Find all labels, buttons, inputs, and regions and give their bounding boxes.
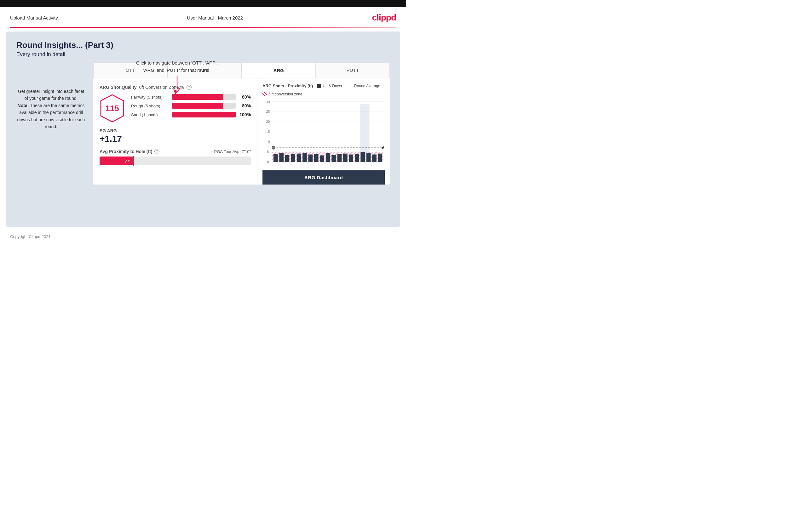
svg-point-40	[272, 146, 275, 149]
svg-rect-30	[332, 155, 336, 162]
proximity-bar-value: 77'	[125, 159, 131, 163]
proximity-cursor	[133, 156, 134, 166]
svg-rect-21	[279, 153, 284, 162]
pga-label: ↑ PGA Tour Avg: 7'10"	[211, 149, 251, 154]
bar-pct-fairway: 80%	[239, 95, 251, 100]
card-body: ARG Shot Quality 6ft Conversion Zone % ?	[93, 78, 390, 184]
proximity-header: Avg Proximity to Hole (ft) ? ↑ PGA Tour …	[100, 149, 251, 154]
chart-area: 0 5 10 15 20 25 30	[262, 100, 385, 168]
svg-rect-26	[308, 155, 313, 162]
left-panel-text: Get greater insight into each facet of y…	[16, 88, 86, 130]
content-row: Click to navigate between 'OTT', 'APP','…	[16, 63, 390, 184]
tabs: OTT APP ARG PUTT	[93, 63, 390, 78]
arg-dashboard-button[interactable]: ARG Dashboard	[262, 170, 385, 184]
page-title: Round Insights... (Part 3)	[16, 40, 390, 50]
tab-ott[interactable]: OTT	[93, 63, 167, 78]
main-card: OTT APP ARG PUTT ARG Shot Quality 6ft Co…	[93, 63, 390, 184]
bar-row-rough: Rough (5 shots) 80%	[131, 103, 251, 109]
bar-outer-sand	[172, 112, 236, 117]
proximity-section: Avg Proximity to Hole (ft) ? ↑ PGA Tour …	[100, 149, 251, 165]
svg-rect-34	[355, 154, 359, 162]
svg-rect-20	[273, 154, 278, 162]
proximity-help-icon[interactable]: ?	[154, 149, 159, 154]
left-panel: Get greater insight into each facet of y…	[16, 63, 86, 184]
svg-text:30: 30	[266, 100, 270, 104]
legend-up-down: Up & Down	[317, 84, 342, 88]
svg-rect-32	[343, 154, 348, 162]
svg-rect-27	[314, 154, 318, 162]
svg-rect-29	[326, 153, 330, 162]
legend-label-round-avg: Round Average	[354, 84, 380, 88]
proximity-bar-outer: 77'	[100, 157, 251, 165]
svg-rect-23	[291, 154, 295, 162]
tab-putt[interactable]: PUTT	[316, 63, 390, 78]
svg-rect-31	[338, 154, 342, 162]
sg-label: SG ARG	[100, 128, 251, 133]
bar-row-fairway: Fairway (5 shots) 80%	[131, 94, 251, 100]
svg-text:0: 0	[267, 160, 269, 164]
legend-dashed-round-avg	[346, 86, 353, 86]
chart-header: ARG Shots - Proximity (ft) Up & Down Rou…	[262, 83, 385, 96]
svg-rect-25	[303, 153, 307, 162]
score-row: 115 Fairway (5 shots) 80%	[100, 94, 251, 122]
hexagon-wrap: 115	[100, 94, 125, 122]
svg-text:5: 5	[267, 150, 269, 154]
hexagon-score: 115	[100, 94, 125, 122]
svg-rect-35	[360, 152, 365, 162]
logo: clippd	[372, 13, 396, 23]
svg-text:10: 10	[266, 140, 270, 144]
legend-box-up-down	[317, 84, 321, 88]
bar-outer-fairway	[172, 94, 236, 100]
conversion-label: 6ft Conversion Zone %	[139, 85, 184, 90]
bar-pct-rough: 80%	[239, 103, 251, 108]
svg-text:15: 15	[266, 130, 270, 133]
note-label: Note:	[18, 103, 29, 108]
card-right-section: ARG Shots - Proximity (ft) Up & Down Rou…	[257, 78, 390, 184]
bar-label-rough: Rough (5 shots)	[131, 104, 169, 108]
proximity-bar-inner: 77'	[100, 157, 133, 165]
legend-conversion: 6 ft conversion zone	[262, 92, 302, 96]
main-content: Round Insights... (Part 3) Every round i…	[6, 32, 400, 227]
bar-pct-sand: 100%	[239, 112, 251, 117]
help-icon[interactable]: ?	[187, 85, 192, 90]
card-left-section: ARG Shot Quality 6ft Conversion Zone % ?	[93, 78, 257, 184]
legend-label-conversion: 6 ft conversion zone	[268, 92, 302, 96]
bar-rows: Fairway (5 shots) 80% Rough (5 shots)	[131, 94, 251, 121]
bar-label-fairway: Fairway (5 shots)	[131, 95, 169, 100]
bar-outer-rough	[172, 103, 236, 109]
upload-label[interactable]: Upload Manual Activity	[10, 15, 58, 20]
header: Upload Manual Activity User Manual - Mar…	[0, 7, 406, 27]
svg-text:25: 25	[266, 110, 270, 113]
svg-rect-36	[366, 153, 371, 162]
header-divider	[10, 27, 396, 28]
svg-rect-33	[349, 155, 354, 162]
bar-inner-rough	[172, 103, 223, 109]
proximity-label-wrap: Avg Proximity to Hole (ft) ?	[100, 149, 159, 154]
chart-svg: 0 5 10 15 20 25 30	[262, 100, 385, 167]
bar-inner-fairway	[172, 94, 223, 100]
bar-label-sand: Sand (1 shots)	[131, 112, 169, 117]
page-subtitle: Every round in detail	[16, 51, 390, 58]
bar-row-sand: Sand (1 shots) 100%	[131, 112, 251, 117]
sg-section: SG ARG +1.17	[100, 128, 251, 144]
tab-arg[interactable]: ARG	[242, 63, 316, 78]
svg-text:20: 20	[266, 120, 270, 123]
svg-rect-22	[285, 155, 290, 162]
svg-rect-37	[372, 155, 376, 162]
shot-quality-label: ARG Shot Quality	[100, 85, 137, 90]
legend-round-avg: Round Average	[346, 84, 380, 88]
user-manual-label: User Manual - March 2022	[187, 15, 243, 20]
footer: Copyright Clippd 2021	[0, 230, 406, 243]
chart-title: ARG Shots - Proximity (ft)	[262, 83, 313, 88]
legend-label-up-down: Up & Down	[323, 84, 342, 88]
hexagon-value: 115	[105, 104, 119, 113]
proximity-label: Avg Proximity to Hole (ft)	[100, 149, 153, 154]
tab-app[interactable]: APP	[167, 63, 241, 78]
svg-rect-24	[297, 154, 301, 162]
svg-rect-28	[320, 156, 324, 162]
svg-rect-38	[378, 154, 383, 162]
top-bar	[0, 0, 406, 7]
bar-inner-sand	[172, 112, 236, 117]
sg-value: +1.17	[100, 134, 251, 144]
shot-quality-header: ARG Shot Quality 6ft Conversion Zone % ?	[100, 85, 251, 90]
